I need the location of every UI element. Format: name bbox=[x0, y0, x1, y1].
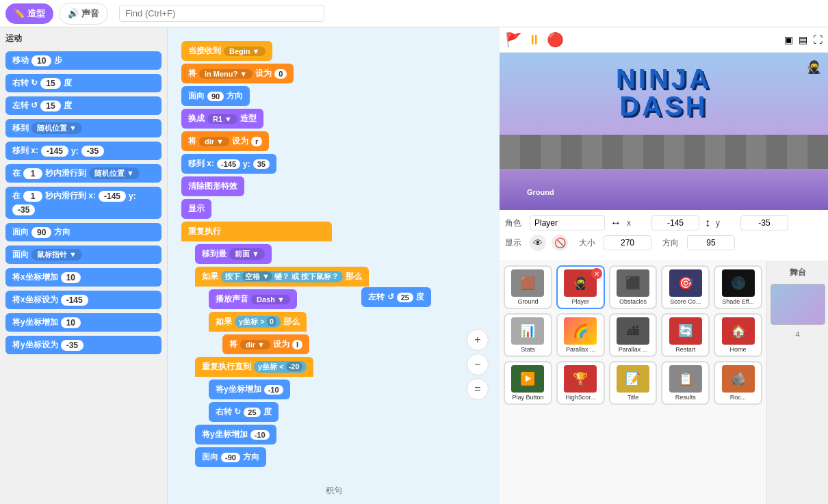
script-area[interactable]: 当接收到 Begin ▼ 将 in Menu? ▼ 设为 0 面向 90 方向 bbox=[168, 27, 500, 504]
sprite-name-label: Shade Eff... bbox=[722, 298, 754, 305]
block-clear-effects[interactable]: 清除图形特效 bbox=[181, 176, 244, 196]
sprite-item[interactable]: 📊Stats bbox=[504, 313, 552, 357]
top-toolbar: ✏️ 造型 🔊 声音 bbox=[0, 0, 828, 27]
block-if-y[interactable]: 如果 y坐标 > 0 那么 bbox=[209, 312, 307, 332]
sprite-grid: 🟫Ground🥷Player✕⬛Obstacles🎯Score Co...🌑Sh… bbox=[504, 265, 762, 405]
ground-label: Ground bbox=[527, 188, 554, 196]
game-title: NINJA DASH bbox=[616, 65, 712, 120]
stop-btn[interactable]: 🔴 bbox=[547, 31, 564, 48]
block-goto-xy[interactable]: 移到 x: -145 y: -35 bbox=[5, 142, 161, 160]
block-goto-random[interactable]: 移到 随机位置 ▼ bbox=[5, 119, 161, 137]
sprite-name-label: Home bbox=[730, 346, 747, 353]
block-switch-costume[interactable]: 换成 R1 ▼ 造型 bbox=[181, 109, 263, 129]
sprite-thumbnail: 🔄 bbox=[669, 317, 702, 345]
block-set-x[interactable]: 将x坐标设为 -145 bbox=[5, 291, 161, 309]
dir-input[interactable] bbox=[687, 235, 735, 250]
sprite-thumbnail: 🎯 bbox=[669, 269, 702, 297]
stage-thumbnail[interactable] bbox=[771, 284, 825, 325]
sprite-item[interactable]: 🎯Score Co... bbox=[661, 265, 710, 309]
sprite-item[interactable]: 🪨Roc... bbox=[714, 361, 762, 405]
block-turn-right-25[interactable]: 右转 ↻ 25 度 bbox=[209, 402, 279, 422]
sprite-item[interactable]: 📋Results bbox=[661, 361, 710, 405]
block-glide-random[interactable]: 在 1 秒内滑行到 随机位置 ▼ bbox=[5, 164, 161, 183]
x-input[interactable] bbox=[651, 215, 699, 230]
block-move[interactable]: 移动 10 步 bbox=[5, 51, 161, 70]
layout-btn-2[interactable]: ▤ bbox=[799, 34, 807, 45]
sprite-item[interactable]: 🏠Home bbox=[714, 313, 762, 357]
sprite-name-label: Score Co... bbox=[670, 298, 701, 305]
bottom-label: 积句 bbox=[168, 482, 500, 499]
sprite-thumbnail: 📋 bbox=[669, 365, 702, 393]
sprite-thumbnail: 🌑 bbox=[722, 269, 755, 297]
block-when-receive[interactable]: 当接收到 Begin ▼ bbox=[181, 41, 272, 61]
sprite-item[interactable]: 🟫Ground bbox=[504, 265, 552, 309]
green-flag-btn[interactable]: 🚩 bbox=[505, 31, 522, 48]
sprite-thumbnail: 🏙 bbox=[617, 317, 649, 345]
block-face-neg90[interactable]: 面向 -90 方向 bbox=[195, 447, 266, 467]
zoom-fit-btn[interactable]: = bbox=[467, 378, 489, 400]
block-glide-xy[interactable]: 在 1 秒内滑行到 x: -145 y: -35 bbox=[5, 187, 161, 219]
block-face-dir[interactable]: 面向 90 方向 bbox=[5, 223, 161, 241]
block-goto-145-35[interactable]: 移到 x: -145 y: 35 bbox=[181, 154, 276, 174]
block-set-dir-l[interactable]: 将 dir ▼ 设为 l bbox=[222, 334, 309, 354]
bg-count: 4 bbox=[795, 330, 799, 339]
tab-costume[interactable]: ✏️ 造型 bbox=[5, 3, 53, 24]
sprite-item[interactable]: 📝Title bbox=[609, 361, 658, 405]
block-change-y[interactable]: 将y坐标增加 10 bbox=[5, 313, 161, 332]
block-face-mouse[interactable]: 面向 鼠标指针 ▼ bbox=[5, 246, 161, 264]
props-row-1: 角色 ↔ x ↕ y bbox=[505, 215, 823, 230]
costume-icon: ✏️ bbox=[14, 8, 25, 18]
block-show[interactable]: 显示 bbox=[181, 199, 211, 219]
block-change-x[interactable]: 将x坐标增加 10 bbox=[5, 268, 161, 287]
show-label: 显示 bbox=[505, 237, 524, 249]
zoom-in-btn[interactable]: + bbox=[467, 329, 489, 351]
block-play-sound[interactable]: 播放声音 Dash ▼ bbox=[209, 289, 297, 309]
tab-sound[interactable]: 🔊 声音 bbox=[59, 3, 108, 25]
block-turn-left[interactable]: 左转 ↺ 15 度 bbox=[5, 96, 161, 115]
sprite-item[interactable]: 🔄Restart bbox=[661, 313, 710, 357]
size-input[interactable] bbox=[604, 235, 651, 250]
y-input[interactable] bbox=[740, 215, 788, 230]
blocks-panel: 运动 移动 10 步 右转 ↻ 15 度 左转 ↺ 15 度 移到 随机位置 ▼… bbox=[0, 27, 168, 504]
sprite-item[interactable]: 🏙Parallax ... bbox=[609, 313, 658, 357]
block-set-dir[interactable]: 将 dir ▼ 设为 r bbox=[181, 131, 269, 151]
pause-btn[interactable]: ⏸ bbox=[528, 32, 541, 48]
sprite-thumbnail: 📝 bbox=[617, 365, 649, 393]
fullscreen-btn[interactable]: ⛶ bbox=[813, 34, 823, 45]
block-repeat-until[interactable]: 重复执行直到 y坐标 < -20 bbox=[195, 357, 313, 377]
sprite-item[interactable]: 🌈Parallax ... bbox=[556, 313, 605, 357]
sprite-thumbnail: 📊 bbox=[511, 317, 544, 345]
sprite-name-label: HighScor... bbox=[565, 394, 595, 401]
sprite-item[interactable]: ⬛Obstacles bbox=[609, 265, 658, 309]
block-change-y-neg10-2[interactable]: 将y坐标增加 -10 bbox=[195, 425, 276, 445]
sprite-thumbnail: ⬛ bbox=[617, 269, 649, 297]
sprite-delete-btn[interactable]: ✕ bbox=[591, 268, 602, 279]
block-go-to-front[interactable]: 移到最 前面 ▼ bbox=[195, 244, 272, 264]
sprite-item[interactable]: 🌑Shade Eff... bbox=[714, 265, 762, 309]
hide-btn[interactable]: 🚫 bbox=[552, 235, 568, 251]
layout-btn-1[interactable]: ▣ bbox=[784, 34, 793, 45]
sprite-item[interactable]: 🥷Player✕ bbox=[556, 265, 605, 309]
sprite-name-label: Play Button bbox=[512, 394, 543, 401]
sprite-name-label: Ground bbox=[517, 298, 538, 305]
sprite-name-label: Parallax ... bbox=[619, 346, 648, 353]
sprite-name-label: Restart bbox=[675, 346, 695, 353]
block-floating-turn[interactable]: 左转 ↺ 25 度 bbox=[361, 287, 431, 307]
sprite-item[interactable]: 🏆HighScor... bbox=[556, 361, 605, 405]
block-turn-right[interactable]: 右转 ↻ 15 度 bbox=[5, 74, 161, 92]
block-if-key[interactable]: 如果 按下 空格 ▼ 键？ 或 按下鼠标？ 那么 bbox=[195, 267, 369, 287]
script-editor: 当接收到 Begin ▼ 将 in Menu? ▼ 设为 0 面向 90 方向 bbox=[168, 27, 500, 482]
block-set-inmenu[interactable]: 将 in Menu? ▼ 设为 0 bbox=[181, 64, 294, 83]
sprite-name-input[interactable] bbox=[530, 215, 605, 230]
block-repeat-forever[interactable]: 重复执行 bbox=[181, 222, 332, 241]
zoom-out-btn[interactable]: − bbox=[467, 354, 489, 375]
sprite-item[interactable]: ▶️Play Button bbox=[504, 361, 552, 405]
block-set-y[interactable]: 将y坐标设为 -35 bbox=[5, 336, 161, 354]
block-change-y-neg10[interactable]: 将y坐标增加 -10 bbox=[209, 380, 290, 399]
show-btn[interactable]: 👁 bbox=[530, 235, 546, 251]
block-face-90[interactable]: 面向 90 方向 bbox=[181, 86, 250, 106]
props-row-2: 显示 👁 🚫 大小 方向 bbox=[505, 235, 823, 251]
sprite-list: 🟫Ground🥷Player✕⬛Obstacles🎯Score Co...🌑Sh… bbox=[500, 261, 766, 504]
find-input[interactable] bbox=[119, 5, 324, 22]
sprite-thumbnail: 🌈 bbox=[564, 317, 597, 345]
